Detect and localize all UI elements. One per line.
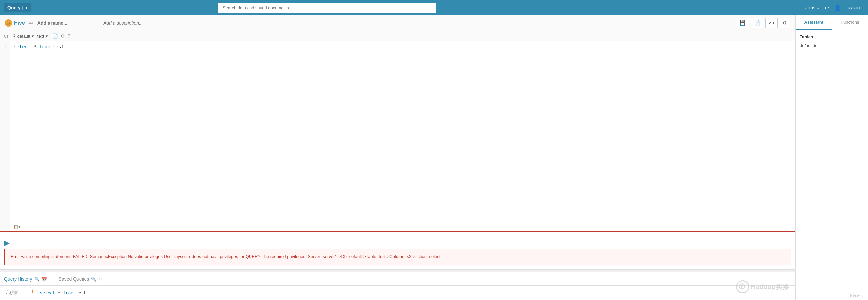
saved-queries-label: Saved Queries bbox=[59, 276, 89, 281]
query-label: Query bbox=[7, 5, 21, 10]
refresh-icon: ↻ bbox=[98, 276, 102, 281]
bottom-panel: Query History 🔍 📅 Saved Queries 🔍 ↻ 几秒前 … bbox=[0, 272, 795, 300]
search-icon: 🔍 bbox=[34, 276, 40, 281]
db-icon: 🗄 bbox=[12, 34, 16, 39]
history-kw-from: from bbox=[63, 291, 73, 295]
code-input[interactable]: select * from test bbox=[10, 41, 795, 231]
user-icon: 👤 bbox=[834, 5, 841, 11]
db-dropdown-icon: ▾ bbox=[32, 34, 34, 39]
nav-history-icon[interactable]: ↩ bbox=[825, 5, 829, 11]
right-table-item[interactable]: default.test bbox=[800, 42, 864, 49]
db-name: default bbox=[18, 34, 30, 39]
editor-header: 🐝 Hive ↩ 💾 📄 🏷 ⚙ bbox=[0, 15, 795, 31]
table-row: 几秒前 ! select * from test bbox=[0, 286, 795, 300]
main-layout: 🐝 Hive ↩ 💾 📄 🏷 ⚙ 0s 🗄 default ▾ text bbox=[0, 15, 868, 300]
table-identifier: test bbox=[53, 44, 64, 49]
editor-toolbar: 0s 🗄 default ▾ text ▾ 📄 ⚙ ? bbox=[0, 31, 795, 41]
search-input[interactable] bbox=[218, 3, 436, 13]
query-time: 0s bbox=[4, 34, 8, 39]
assistant-label: Assistant bbox=[804, 20, 824, 25]
hive-label: 🐝 Hive bbox=[5, 20, 25, 27]
right-panel: Assistant Functions Tables default.test bbox=[796, 15, 868, 300]
database-selector[interactable]: 🗄 default ▾ bbox=[12, 34, 34, 39]
toolbar-settings-button[interactable]: ⚙ bbox=[61, 33, 65, 39]
calendar-icon: 📅 bbox=[41, 276, 47, 281]
right-tabs: Assistant Functions bbox=[796, 15, 868, 30]
keyword-select: select bbox=[14, 44, 31, 49]
format-dropdown-icon: ▾ bbox=[45, 34, 48, 39]
error-message: Error while compiling statement: FAILED:… bbox=[10, 254, 442, 259]
dropdown-arrow-icon: ▼ bbox=[23, 6, 28, 9]
warning-icon: ! bbox=[32, 290, 33, 296]
toolbar-help-button[interactable]: ? bbox=[68, 33, 70, 39]
search-bar bbox=[218, 3, 436, 13]
tab-query-history[interactable]: Query History 🔍 📅 bbox=[4, 272, 52, 286]
resize-handle[interactable]: · · · bbox=[0, 269, 795, 272]
history-kw-select: select bbox=[40, 291, 55, 295]
run-button[interactable]: ▶ bbox=[4, 239, 9, 247]
new-doc-button[interactable]: 📄 bbox=[750, 18, 764, 28]
output-toggle-button[interactable]: 📋▾ bbox=[13, 225, 21, 229]
query-name-input[interactable] bbox=[37, 21, 99, 26]
query-history-label: Query History bbox=[4, 276, 32, 281]
tab-assistant[interactable]: Assistant bbox=[796, 15, 832, 30]
username-label: fayson_r bbox=[846, 5, 864, 10]
tag-button[interactable]: 🏷 bbox=[765, 18, 778, 28]
history-time: 几秒前 bbox=[5, 290, 25, 296]
jobs-link[interactable]: Jobs ≡ bbox=[805, 5, 819, 10]
operator-star: * bbox=[33, 44, 39, 49]
keyword-from: from bbox=[39, 44, 50, 49]
query-desc-input[interactable] bbox=[103, 21, 162, 26]
right-content: Tables default.test bbox=[796, 30, 868, 54]
tables-title: Tables bbox=[800, 34, 864, 39]
editor-area: 🐝 Hive ↩ 💾 📄 🏷 ⚙ 0s 🗄 default ▾ text bbox=[0, 15, 796, 300]
top-nav: Query ▼ Jobs ≡ ↩ 👤 fayson_r bbox=[0, 0, 868, 15]
filter-icon: ≡ bbox=[817, 5, 820, 10]
history-query[interactable]: select * from test bbox=[40, 291, 790, 295]
query-button[interactable]: Query ▼ bbox=[4, 3, 31, 12]
line-numbers: 1 bbox=[0, 41, 10, 231]
hive-icon: 🐝 bbox=[5, 20, 12, 27]
toolbar-doc-button[interactable]: 📄 bbox=[53, 33, 58, 39]
header-actions: 💾 📄 🏷 ⚙ bbox=[736, 18, 790, 28]
toolbar-icons: 📄 ⚙ ? bbox=[53, 33, 70, 39]
history-table: test bbox=[76, 291, 86, 295]
functions-label: Functions bbox=[841, 20, 859, 25]
saved-search-icon: 🔍 bbox=[91, 276, 96, 281]
editor-history-button[interactable]: ↩ bbox=[29, 20, 33, 26]
tab-saved-queries[interactable]: Saved Queries 🔍 ↻ bbox=[59, 272, 107, 286]
tab-functions[interactable]: Functions bbox=[832, 15, 868, 30]
code-editor: 1 select * from test ▶ 📋▾ bbox=[0, 41, 795, 232]
format-label: text bbox=[37, 34, 44, 39]
format-selector[interactable]: text ▾ bbox=[37, 34, 48, 39]
history-op: * bbox=[58, 291, 63, 295]
error-panel: Error while compiling statement: FAILED:… bbox=[4, 248, 791, 265]
nav-right: Jobs ≡ ↩ 👤 fayson_r bbox=[805, 5, 864, 11]
save-button[interactable]: 💾 bbox=[736, 18, 749, 28]
hive-text: Hive bbox=[14, 20, 25, 26]
bottom-tabs: Query History 🔍 📅 Saved Queries 🔍 ↻ bbox=[0, 272, 795, 286]
settings-button[interactable]: ⚙ bbox=[779, 18, 790, 28]
